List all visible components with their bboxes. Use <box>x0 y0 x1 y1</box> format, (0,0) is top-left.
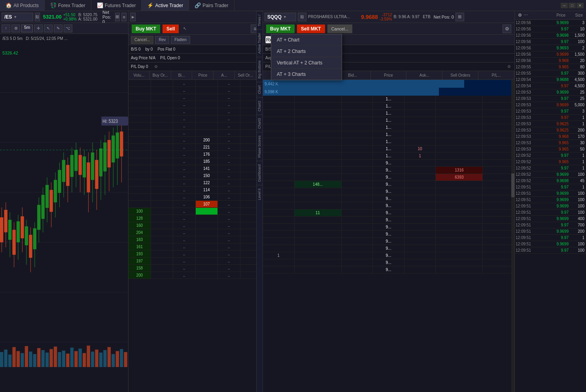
right-ladder-row[interactable]: 1... <box>263 131 514 138</box>
right-sell-mkt-button[interactable]: Sell MKT <box>297 24 325 33</box>
at-expand-btn[interactable]: ▶ <box>130 13 136 21</box>
ts-settings-btn[interactable]: ⚙ ⋯ <box>516 13 529 18</box>
maximize-button[interactable]: □ <box>569 3 576 8</box>
minimize-button[interactable]: ─ <box>561 3 568 8</box>
right-ladder-row[interactable]: 9...1316 <box>263 167 514 174</box>
right-ladder-area[interactable]: 9,442 K9,098 K1...1...1...1...1...1...1.… <box>263 80 514 392</box>
right-scrollbar[interactable] <box>511 80 514 392</box>
ladder-row[interactable]: ..141.. <box>129 165 263 172</box>
tab-futures-trader[interactable]: 📈 Futures Trader <box>91 0 142 11</box>
side-tab-big-buttons[interactable]: Big Buttons <box>257 57 263 82</box>
right-ladder-row[interactable]: 9... <box>263 195 514 202</box>
ladder-row[interactable]: ..106.. <box>129 194 263 201</box>
right-ladder-row[interactable]: 9... <box>263 238 514 245</box>
right-settings-btn[interactable]: ⚙ <box>503 24 511 33</box>
ladder-row[interactable]: 100.... <box>129 208 263 215</box>
ladder-row[interactable]: ..114.. <box>129 187 263 194</box>
ladder-row[interactable]: .... <box>129 130 263 137</box>
right-symbol-selector[interactable]: SQQQ ▼ <box>265 13 296 21</box>
at-sell-button[interactable]: Sell <box>163 24 179 33</box>
side-tab-chart2[interactable]: Chart2 <box>257 97 263 115</box>
side-tab-times[interactable]: Times / <box>257 11 263 29</box>
ladder-row[interactable]: 128.... <box>129 215 263 222</box>
right-ladder-row[interactable]: 1... <box>263 96 514 103</box>
side-tab-active-trader[interactable]: Active Trader <box>257 29 263 57</box>
dropdown-item-at-2charts[interactable]: AT + 2 Charts <box>271 46 342 57</box>
ladder-row[interactable]: .... <box>129 94 263 101</box>
ladder-row[interactable]: 160.... <box>129 222 263 229</box>
toolbar-crosshair-btn[interactable]: ✛ <box>34 24 43 32</box>
right-ladder-row[interactable]: 9... <box>263 224 514 231</box>
close-button[interactable]: ✕ <box>577 3 584 8</box>
toolbar-cursor-btn[interactable]: ↖ <box>44 24 53 32</box>
right-ladder-row[interactable]: 148...9... <box>263 181 514 188</box>
right-symbol-chain-btn[interactable]: ⛓ <box>298 13 306 21</box>
ladder-row[interactable]: ..122.. <box>129 179 263 187</box>
right-ladder-row[interactable]: 9...6393 <box>263 174 514 181</box>
right-ladder-row[interactable]: 1... <box>263 103 514 110</box>
chart-area[interactable]: 5326.42 <box>0 43 128 392</box>
right-ladder-row[interactable]: 9... <box>263 245 514 252</box>
ladder-row[interactable]: 161.... <box>129 243 263 251</box>
side-tab-phase-scores[interactable]: Phase Scores <box>257 132 263 161</box>
right-cancel-button[interactable]: Cancel... <box>327 24 352 33</box>
right-ladder-row[interactable]: 1... <box>263 110 514 117</box>
right-ladder-row[interactable]: 9... <box>263 188 514 195</box>
ladder-row[interactable]: ..176.. <box>129 151 263 158</box>
right-ladder-row[interactable]: 1...10 <box>263 145 514 153</box>
right-ladder-row[interactable]: 1... <box>263 138 514 145</box>
left-symbol-selector[interactable]: /ES ▼ <box>2 13 33 21</box>
side-tab-chart[interactable]: Chart <box>257 82 263 97</box>
ladder-row[interactable]: .... <box>129 108 263 115</box>
at-cancel-button[interactable]: Cancel... <box>131 36 153 44</box>
ladder-row[interactable]: ..185.. <box>129 158 263 165</box>
ladder-row[interactable]: .... <box>129 87 263 94</box>
toolbar-settings-btn[interactable]: ⚙ <box>11 24 20 32</box>
toolbar-draw-btn[interactable]: ✎ <box>54 24 62 32</box>
right-ladder-row[interactable]: 1... <box>263 117 514 124</box>
right-grid-btn[interactable]: ⊞ <box>456 13 464 21</box>
ladder-row[interactable]: .... <box>129 101 263 108</box>
ladder-row[interactable]: ..150.. <box>129 172 263 179</box>
timeframe-selector[interactable]: 5m <box>21 24 33 32</box>
right-ladder-row[interactable]: 9... <box>263 259 514 266</box>
right-ladder-row[interactable]: 119... <box>263 209 514 217</box>
ladder-row[interactable]: 204.... <box>129 229 263 236</box>
tab-forex-trader[interactable]: 💱 Forex Trader <box>45 0 91 11</box>
right-ladder-row[interactable]: 9... <box>263 231 514 238</box>
tab-active-trader[interactable]: ⚡ Active Trader <box>142 0 189 11</box>
ladder-row[interactable]: ..221.. <box>129 144 263 151</box>
ladder-area[interactable]: ..................................200...… <box>129 80 263 392</box>
ladder-row[interactable]: .... <box>129 122 263 130</box>
at-buy-mkt-button[interactable]: Buy MKT <box>132 24 160 33</box>
dropdown-item-at-chart[interactable]: AT + Chart <box>271 34 342 46</box>
tab-pairs-trader[interactable]: 🔗 Pairs Trader <box>189 0 234 11</box>
right-ladder-row[interactable]: 1...1 <box>263 153 514 160</box>
ladder-row[interactable]: 197.... <box>129 258 263 265</box>
side-tab-chart3[interactable]: Chart3 <box>257 115 263 132</box>
side-tab-dashboard[interactable]: Dashboard <box>257 161 263 185</box>
left-symbol-chain-btn[interactable]: ⛓ <box>35 13 40 21</box>
dropdown-item-at-3charts[interactable]: AT + 3 Charts <box>271 69 342 80</box>
ladder-row[interactable]: 158.... <box>129 265 263 272</box>
left-grid-btn[interactable]: ⊞ <box>115 13 120 21</box>
right-ladder-row[interactable]: 9... <box>263 266 514 273</box>
right-ladder-row[interactable]: 9... <box>263 217 514 224</box>
at-reverse-button[interactable]: Rev <box>155 36 169 44</box>
at-settings-gear[interactable]: ⚙ <box>153 64 159 70</box>
right-ladder-row[interactable]: 9... <box>263 202 514 209</box>
side-tab-level2[interactable]: Level II <box>257 185 263 203</box>
ladder-row[interactable]: .... <box>129 80 263 87</box>
right-ladder-settings[interactable]: ⚙ <box>506 64 512 70</box>
toolbar-indicator-btn[interactable]: ⌥ <box>64 24 72 32</box>
left-menu-btn[interactable]: ≡ <box>121 13 127 21</box>
right-buy-mkt-button[interactable]: Buy MKT <box>266 24 295 33</box>
right-ladder-row[interactable]: 19... <box>263 252 514 259</box>
ladder-row[interactable]: 193.... <box>129 251 263 258</box>
toolbar-arrow-btn[interactable]: ↑ <box>2 24 10 32</box>
ladder-row[interactable]: 183.... <box>129 236 263 243</box>
right-ladder-row[interactable]: 1... <box>263 124 514 131</box>
ladder-row[interactable]: 200.... <box>129 272 263 279</box>
ladder-row[interactable]: ..200.. <box>129 137 263 144</box>
dropdown-item-vertical-at-2charts[interactable]: Vertical AT + 2 Charts <box>271 57 342 69</box>
